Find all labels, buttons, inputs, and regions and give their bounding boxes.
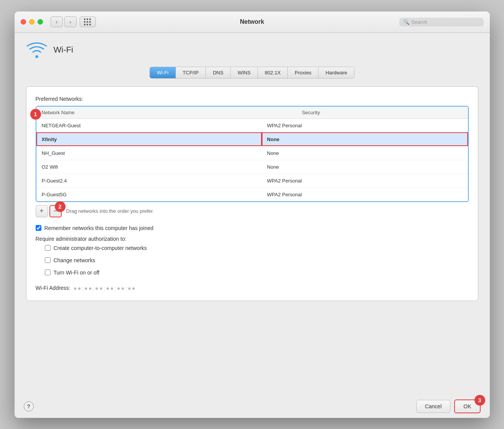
- tabs: Wi-Fi TCP/IP DNS WINS 802.1X Proxies Har…: [149, 67, 355, 79]
- admin-option-turnoff: Turn Wi-Fi on or off: [45, 270, 469, 276]
- tab-wins[interactable]: WINS: [231, 67, 258, 78]
- admin-option-change: Change networks: [45, 257, 469, 263]
- back-button[interactable]: ‹: [51, 16, 63, 27]
- cancel-button[interactable]: Cancel: [416, 400, 451, 413]
- table-controls: + − 2 Drag networks into the order you p…: [36, 205, 469, 217]
- remember-networks-row: Remember networks this computer has join…: [36, 225, 469, 231]
- change-network-checkbox[interactable]: [45, 257, 51, 263]
- forward-icon: ›: [69, 19, 71, 25]
- tab-8021x[interactable]: 802.1X: [258, 67, 288, 78]
- network-table: Network Name Security: [36, 107, 468, 119]
- col-network-name: Network Name: [36, 107, 297, 119]
- add-network-button[interactable]: +: [36, 205, 48, 217]
- network-name-cell: P-Guest5G: [36, 187, 262, 201]
- close-button[interactable]: [21, 19, 26, 25]
- table-row[interactable]: O2 Wifi None: [36, 160, 468, 174]
- preferred-networks-label: Preferred Networks:: [36, 96, 469, 102]
- content-area: Wi-Fi Wi-Fi TCP/IP DNS WINS 802.1X Proxi…: [15, 33, 490, 395]
- search-icon: 🔍: [403, 19, 409, 25]
- main-panel: Preferred Networks: 1 Network Name Secur…: [26, 86, 478, 301]
- tab-tcpip[interactable]: TCP/IP: [176, 67, 206, 78]
- table-row[interactable]: P-Guest5G WPA2 Personal: [36, 187, 468, 201]
- security-cell: WPA2 Personal: [262, 187, 468, 201]
- page-title: Wi-Fi: [54, 45, 73, 55]
- create-network-label: Create computer-to-computer networks: [54, 245, 147, 251]
- traffic-lights: [21, 19, 43, 25]
- grid-button[interactable]: [80, 16, 96, 27]
- wifi-address-label: Wi-Fi Address:: [36, 285, 71, 291]
- table-row[interactable]: P-Guest2.4 WPA2 Personal: [36, 174, 468, 187]
- back-icon: ‹: [56, 19, 57, 25]
- turn-wifi-checkbox[interactable]: [45, 270, 51, 275]
- wifi-address-value: ●●:●●:●●:●●:●●:●●: [74, 285, 136, 291]
- network-name-cell: NH_Guest: [36, 146, 262, 160]
- window: ‹ › Network 🔍: [15, 12, 490, 418]
- col-security: Security: [297, 107, 468, 119]
- change-network-label: Change networks: [54, 257, 95, 263]
- turn-wifi-label: Turn Wi-Fi on or off: [54, 270, 100, 276]
- wifi-icon: [26, 41, 48, 59]
- forward-button[interactable]: ›: [64, 16, 77, 27]
- tab-wifi[interactable]: Wi-Fi: [150, 67, 176, 78]
- network-name-cell: P-Guest2.4: [36, 174, 262, 187]
- table-row[interactable]: NETGEAR-Guest WPA2 Personal: [36, 119, 468, 133]
- security-cell-xfinity: None: [262, 132, 468, 146]
- page-header: Wi-Fi: [26, 41, 478, 59]
- table-header-row: Network Name Security: [36, 107, 468, 119]
- minimize-button[interactable]: [29, 19, 34, 25]
- remember-label: Remember networks this computer has join…: [44, 225, 154, 231]
- drag-instructions: Drag networks into the order you prefer.: [66, 208, 154, 214]
- remember-checkbox[interactable]: [36, 225, 41, 231]
- security-cell: None: [262, 146, 468, 160]
- admin-options: Create computer-to-computer networks Cha…: [45, 245, 469, 279]
- tab-proxies[interactable]: Proxies: [288, 67, 318, 78]
- action-buttons: Cancel OK 3: [416, 399, 481, 413]
- annotation-2-circle: 2: [55, 201, 66, 212]
- security-cell: WPA2 Personal: [262, 174, 468, 187]
- maximize-button[interactable]: [38, 19, 43, 25]
- tab-dns[interactable]: DNS: [206, 67, 230, 78]
- tab-hardware[interactable]: Hardware: [318, 67, 354, 78]
- security-cell: None: [262, 160, 468, 174]
- titlebar: ‹ › Network 🔍: [15, 12, 490, 33]
- search-bar[interactable]: 🔍: [399, 18, 484, 26]
- security-cell: WPA2 Personal: [262, 119, 468, 133]
- annotation-1-circle: 1: [30, 109, 41, 120]
- network-table-body: NETGEAR-Guest WPA2 Personal Xfinity None…: [36, 119, 468, 201]
- tabs-container: Wi-Fi TCP/IP DNS WINS 802.1X Proxies Har…: [26, 67, 478, 79]
- network-name-cell-xfinity: Xfinity: [36, 132, 262, 146]
- help-button[interactable]: ?: [24, 401, 34, 411]
- table-row-xfinity[interactable]: Xfinity None: [36, 132, 468, 146]
- search-input[interactable]: [412, 19, 480, 25]
- network-name-cell: O2 Wifi: [36, 160, 262, 174]
- window-title: Network: [240, 18, 264, 25]
- network-name-cell: NETGEAR-Guest: [36, 119, 262, 133]
- bottom-bar: ? Cancel OK 3: [15, 395, 490, 418]
- annotation-3-circle: 3: [474, 395, 485, 406]
- admin-label: Require administrator authorization to:: [36, 236, 469, 242]
- wifi-address-row: Wi-Fi Address: ●●:●●:●●:●●:●●:●●: [36, 285, 469, 291]
- grid-icon: [84, 18, 91, 26]
- admin-option-create: Create computer-to-computer networks: [45, 245, 469, 251]
- network-table-container: Network Name Security NETGEAR-Guest WPA2…: [36, 106, 469, 202]
- create-network-checkbox[interactable]: [45, 245, 51, 251]
- network-table-wrapper: 1 Network Name Security: [36, 106, 469, 202]
- nav-buttons: ‹ ›: [51, 16, 77, 27]
- table-row[interactable]: NH_Guest None: [36, 146, 468, 160]
- admin-section: Require administrator authorization to: …: [36, 236, 469, 279]
- table-scroll-area[interactable]: NETGEAR-Guest WPA2 Personal Xfinity None…: [36, 119, 468, 201]
